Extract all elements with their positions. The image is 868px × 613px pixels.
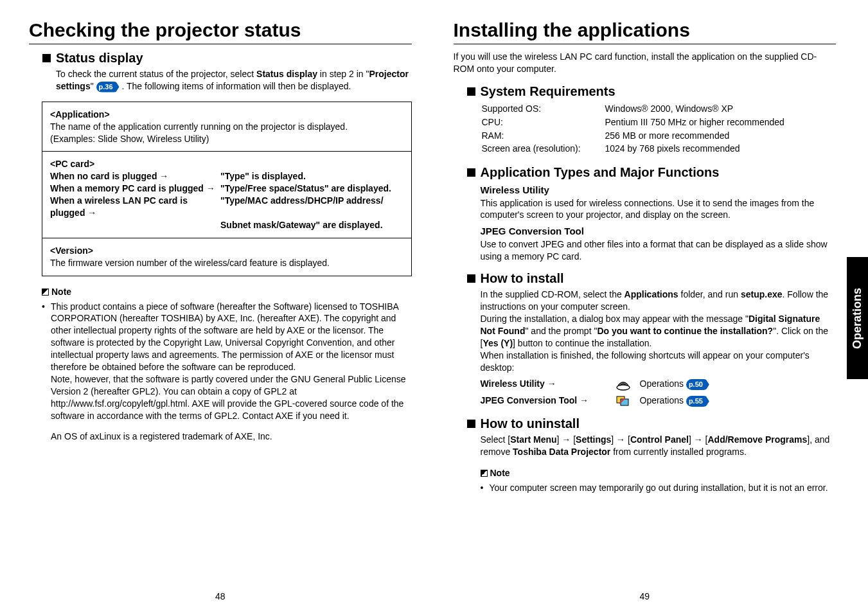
t-bold: Settings — [576, 434, 611, 445]
page-number-left: 48 — [29, 591, 412, 601]
box-app-line1: The name of the application currently ru… — [50, 121, 403, 133]
page-left: Checking the projector status Status dis… — [0, 0, 434, 613]
spec-label: CPU: — [482, 116, 604, 129]
pc-r: Subnet mask/Gateway" are displayed. — [220, 219, 383, 231]
box-divider — [42, 238, 411, 238]
spec-table: Supported OS:Windows® 2000, Windows® XP … — [481, 102, 786, 157]
jpeg-tool-icon — [616, 395, 631, 407]
title-rule — [29, 44, 412, 44]
pc-row: When a memory PC card is plugged →"Type/… — [50, 182, 403, 195]
t-bold: Control Panel — [630, 434, 689, 445]
t: ] → [ — [611, 434, 630, 445]
note-heading-text: Note — [51, 287, 71, 297]
t: Operations — [640, 395, 686, 405]
t: from currently installed programs. — [610, 447, 747, 457]
t: Note, however, that the software is part… — [51, 374, 406, 421]
types-block: Wireless Utility This application is use… — [454, 184, 837, 262]
spec-value: Pentium III 750 MHz or higher recommende… — [605, 116, 784, 129]
spec-label: Supported OS: — [482, 103, 604, 115]
t: When installation is finished, the follo… — [481, 350, 810, 373]
h-status-display: Status display — [29, 51, 412, 66]
spec-value: Windows® 2000, Windows® XP — [605, 103, 784, 115]
t-bold: Add/Remove Programs — [707, 434, 807, 445]
page-ref-badge[interactable]: p.50 — [686, 379, 709, 390]
uninstall-block: Select [Start Menu] → [Settings] → [Cont… — [454, 434, 837, 458]
box-pc-title: <PC card> — [50, 158, 403, 170]
wu-body: This application is used for wireless co… — [481, 197, 837, 222]
square-bullet-icon — [467, 87, 475, 96]
svg-point-0 — [617, 385, 630, 390]
page-number-right: 49 — [454, 591, 837, 601]
bullet-dot: • — [42, 301, 51, 422]
side-tab-operations[interactable]: Operations — [847, 257, 868, 379]
shortcut-row: Wireless Utility → Operations p.50 — [481, 378, 837, 391]
t: " and the prompt " — [525, 326, 597, 336]
spec-label: RAM: — [482, 130, 604, 142]
pc-l: When a wireless LAN PC card is plugged → — [50, 195, 220, 219]
note-body: •Your computer screen may temporarily go… — [454, 482, 837, 494]
h-types-text: Application Types and Major Functions — [481, 165, 720, 179]
spec-value: 1024 by 768 pixels recommended — [605, 143, 784, 155]
pc-l: When a memory PC card is plugged → — [50, 182, 220, 195]
wu-title: Wireless Utility — [481, 184, 837, 197]
req-block: Supported OS:Windows® 2000, Windows® XP … — [454, 102, 837, 157]
t-bold: Do you want to continue the installation… — [597, 326, 773, 336]
square-bullet-icon — [467, 274, 475, 283]
t-bold: Start Menu — [510, 434, 556, 445]
t-bold: Yes (Y) — [483, 338, 513, 348]
page-ref-badge[interactable]: p.36 — [96, 82, 120, 93]
box-app-line2: (Examples: Slide Show, Wireless Utility) — [50, 133, 403, 145]
note-body: • This product contains a piece of softw… — [29, 301, 412, 443]
h-how-install: How to install — [454, 271, 837, 286]
t-bold: setup.exe — [741, 289, 783, 299]
note-p1: This product contains a piece of softwar… — [51, 301, 412, 422]
t: . The following items of information wil… — [120, 81, 351, 91]
install-block: In the supplied CD-ROM, select the Appli… — [454, 289, 837, 407]
page-ref-badge[interactable]: p.55 — [686, 396, 709, 407]
side-tab-label: Operations — [851, 287, 864, 348]
note-icon — [481, 470, 488, 477]
spec-label: Screen area (resolution): — [482, 143, 604, 155]
table-row: RAM:256 MB or more recommended — [482, 130, 784, 142]
box-ver-body: The firmware version number of the wirel… — [50, 257, 403, 269]
pc-l: When no card is plugged → — [50, 170, 220, 182]
t: During the installation, a dialog box ma… — [481, 314, 748, 324]
h-system-requirements: System Requirements — [454, 84, 837, 99]
box-divider — [42, 151, 411, 152]
note-icon — [42, 289, 49, 296]
pc-l — [50, 219, 220, 231]
bullet-dot: • — [481, 482, 490, 494]
shortcut-row: JPEG Conversion Tool → Operations p.55 — [481, 395, 837, 407]
h-how-uninstall: How to uninstall — [454, 416, 837, 431]
shortcut-op: Operations p.55 — [640, 395, 709, 407]
h-install-text: How to install — [481, 271, 564, 285]
table-row: Screen area (resolution):1024 by 768 pix… — [482, 143, 784, 155]
h-req-text: System Requirements — [481, 84, 616, 98]
t: To check the current status of the proje… — [56, 69, 256, 79]
h-status-text: Status display — [56, 51, 143, 65]
table-row: Supported OS:Windows® 2000, Windows® XP — [482, 103, 784, 115]
h-uninstall-text: How to uninstall — [481, 416, 580, 431]
title-rule — [454, 44, 837, 44]
square-bullet-icon — [467, 420, 475, 428]
note-heading-text: Note — [490, 468, 510, 478]
pc-row: Subnet mask/Gateway" are displayed. — [50, 219, 403, 231]
t-bold: Status display — [256, 69, 317, 79]
note-text: Your computer screen may temporarily go … — [490, 482, 828, 494]
pc-r: "Type/MAC address/DHCP/IP address/ — [220, 195, 384, 219]
t: folder, and run — [678, 289, 741, 299]
note-p3: An OS of axLinux is a registered tradema… — [42, 431, 412, 443]
t: Operations — [640, 378, 686, 389]
t: in step 2 in " — [317, 69, 369, 79]
t: ] button to continue the installation. — [513, 338, 651, 348]
wireless-utility-icon — [616, 378, 631, 391]
t: In the supplied CD-ROM, select the — [481, 289, 624, 299]
pc-r: "Type" is displayed. — [220, 170, 306, 182]
status-intro: To check the current status of the proje… — [29, 68, 412, 93]
note-heading: Note — [29, 287, 412, 297]
left-title: Checking the projector status — [29, 19, 412, 41]
h-app-types: Application Types and Major Functions — [454, 165, 837, 180]
pc-row: When no card is plugged →"Type" is displ… — [50, 170, 403, 182]
jpeg-title: JPEG Conversion Tool — [481, 225, 837, 238]
page-right: Installing the applications If you will … — [434, 0, 869, 613]
